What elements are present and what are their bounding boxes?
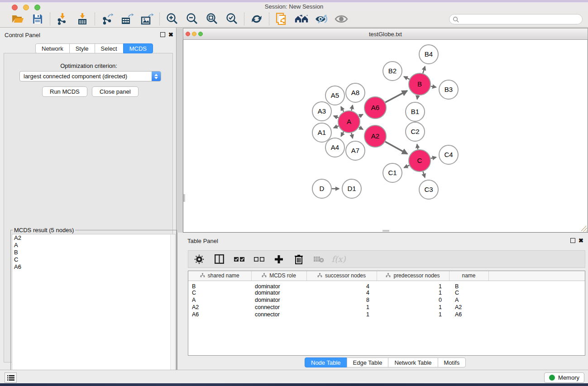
graph-node[interactable]: A8 <box>346 83 365 102</box>
function-builder-icon[interactable]: f(x) <box>332 253 345 266</box>
mcds-result-item[interactable]: A2 <box>12 234 175 242</box>
table-cell[interactable]: 4 <box>306 290 377 297</box>
graph-node[interactable]: C <box>409 150 430 172</box>
table-cell[interactable]: 0 <box>377 296 449 304</box>
graph-edge[interactable] <box>431 86 436 87</box>
graph-node[interactable]: A <box>338 111 360 133</box>
graph-node[interactable]: A7 <box>346 141 365 160</box>
graph-node[interactable]: C3 <box>419 180 438 199</box>
zoom-in-icon[interactable] <box>165 12 179 26</box>
select-all-rows-icon[interactable] <box>233 253 245 266</box>
resize-grip[interactable] <box>581 226 587 232</box>
graph-edge[interactable] <box>430 157 436 158</box>
graph-node[interactable]: B1 <box>406 102 425 121</box>
table-row[interactable]: A2connector11A2 <box>188 304 585 311</box>
column-header[interactable]: shared name <box>188 271 251 281</box>
graph-node[interactable]: B4 <box>419 45 438 64</box>
zoom-window-button[interactable] <box>34 5 40 10</box>
table-cell[interactable]: 1 <box>377 290 449 297</box>
close-panel-icon[interactable]: ✖ <box>168 31 173 38</box>
show-all-nodes-icon[interactable] <box>295 12 308 26</box>
float-panel-icon[interactable] <box>570 238 575 243</box>
table-cell[interactable]: 8 <box>306 296 377 304</box>
graph-node[interactable]: A6 <box>364 97 386 119</box>
tab-style[interactable]: Style <box>69 43 95 53</box>
graph-edge[interactable] <box>404 165 410 167</box>
graph-edge[interactable] <box>351 105 353 110</box>
table-cell[interactable]: 1 <box>306 311 377 318</box>
hide-selected-icon[interactable] <box>315 12 328 26</box>
graph-edge[interactable] <box>385 142 407 154</box>
criterion-dropdown[interactable]: largest connected component (directed) <box>19 71 161 81</box>
import-network-icon[interactable] <box>56 12 69 26</box>
table-cell[interactable]: B <box>449 281 488 290</box>
table-cell[interactable]: dominator <box>251 296 306 304</box>
graph-edge[interactable] <box>341 132 344 136</box>
graph-edge[interactable] <box>359 114 363 117</box>
run-mcds-button[interactable]: Run MCDS <box>42 86 87 97</box>
network-canvas[interactable]: B4B2BB3A5A8A6B1A3AC2A1A2A4A7C4CC1C3DD1 <box>183 40 588 233</box>
column-header[interactable]: name <box>449 271 488 281</box>
search-input[interactable] <box>449 14 583 24</box>
graph-node[interactable]: A4 <box>325 138 344 157</box>
close-panel-button[interactable]: Close panel <box>92 86 139 97</box>
column-header[interactable]: successor nodes <box>306 271 377 281</box>
graph-edge[interactable] <box>385 91 407 103</box>
tab-network[interactable]: Network <box>35 43 70 53</box>
duplicate-network-icon[interactable] <box>275 12 288 26</box>
table-cell[interactable]: connector <box>251 311 306 318</box>
graph-edge[interactable] <box>334 126 339 128</box>
open-file-icon[interactable] <box>11 12 24 26</box>
zoom-fit-icon[interactable] <box>205 12 219 26</box>
column-header[interactable]: MCDS role <box>251 271 306 281</box>
table-cell[interactable]: A2 <box>449 304 488 311</box>
table-cell[interactable]: 1 <box>377 281 449 290</box>
tab-edge-table[interactable]: Edge Table <box>347 357 389 367</box>
canvas-vscrollbar[interactable] <box>183 194 185 202</box>
task-history-button[interactable] <box>5 372 17 383</box>
apply-layout-icon[interactable] <box>250 12 263 26</box>
table-cell[interactable]: 4 <box>306 281 377 290</box>
tab-mcds[interactable]: MCDS <box>123 43 153 53</box>
tab-select[interactable]: Select <box>95 43 124 53</box>
graph-node[interactable]: A2 <box>364 125 386 147</box>
import-table-icon[interactable] <box>76 12 89 26</box>
export-image-icon[interactable] <box>140 12 154 26</box>
tab-node-table[interactable]: Node Table <box>305 357 347 367</box>
column-header[interactable]: predecessor nodes <box>377 271 449 281</box>
table-cell[interactable]: A6 <box>188 311 251 318</box>
table-row[interactable]: A6connector11A6 <box>188 311 585 318</box>
graph-edge[interactable] <box>423 172 425 177</box>
table-cell[interactable]: C <box>449 290 488 297</box>
tab-network-table[interactable]: Network Table <box>388 357 438 367</box>
graph-node[interactable]: D <box>312 179 331 198</box>
table-cell[interactable]: connector <box>251 304 306 311</box>
graph-edge[interactable] <box>417 95 418 100</box>
table-cell[interactable]: A2 <box>188 304 251 311</box>
mcds-result-item[interactable]: B <box>12 249 175 256</box>
canvas-hscrollbar[interactable] <box>382 230 389 232</box>
graph-edge[interactable] <box>351 133 353 138</box>
table-cell[interactable]: B <box>188 281 251 290</box>
show-hidden-icon[interactable] <box>335 12 348 26</box>
graph-node[interactable]: A1 <box>312 123 331 142</box>
graph-node[interactable]: C2 <box>406 122 425 141</box>
table-row[interactable]: Bdominator41B <box>188 281 585 290</box>
deselect-all-rows-icon[interactable] <box>253 253 265 266</box>
table-cell[interactable]: 1 <box>377 304 449 311</box>
graph-edge[interactable] <box>334 116 339 118</box>
graph-node[interactable]: B2 <box>383 62 402 81</box>
delete-column-icon[interactable] <box>292 253 305 266</box>
table-cell[interactable]: A6 <box>449 311 488 318</box>
graph-node[interactable]: C4 <box>439 145 458 164</box>
add-column-icon[interactable] <box>272 253 285 266</box>
export-table-icon[interactable] <box>120 12 134 26</box>
table-cell[interactable]: 1 <box>306 304 377 311</box>
column-layout-icon[interactable] <box>213 253 225 266</box>
graph-node[interactable]: A3 <box>312 102 331 121</box>
table-row[interactable]: Adominator80A <box>188 296 585 304</box>
memory-button[interactable]: Memory <box>544 372 584 383</box>
graph-edge[interactable] <box>417 144 418 150</box>
table-cell[interactable]: dominator <box>251 281 306 290</box>
minimize-window-button[interactable] <box>23 5 29 10</box>
